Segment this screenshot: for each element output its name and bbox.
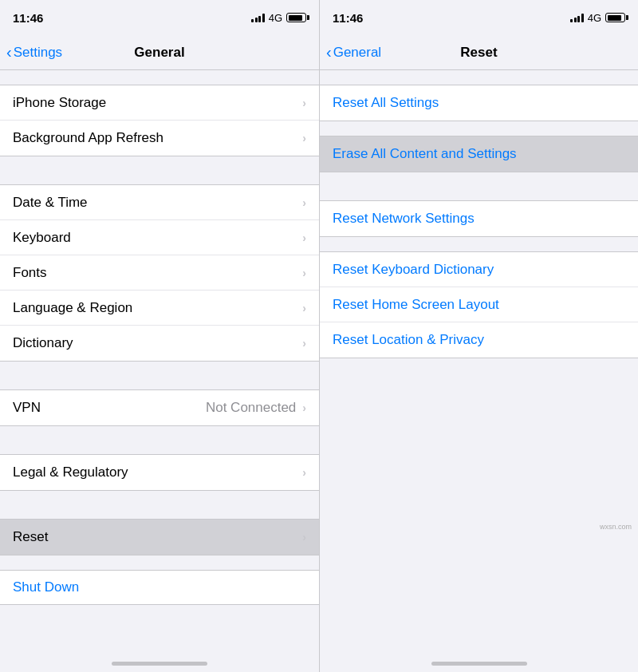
list-item-reset-all-settings[interactable]: Reset All Settings: [320, 85, 638, 121]
label-legal: Legal & Regulatory: [13, 464, 128, 480]
label-dictionary: Dictionary: [13, 335, 73, 351]
list-item-keyboard[interactable]: Keyboard ›: [0, 220, 319, 255]
gap-r2: [320, 172, 638, 200]
list-item-fonts[interactable]: Fonts ›: [0, 255, 319, 291]
back-button-right[interactable]: ‹ General: [326, 45, 381, 61]
shutdown-item[interactable]: Shut Down: [0, 570, 319, 605]
label-reset-keyboard-dict: Reset Keyboard Dictionary: [333, 262, 494, 278]
label-reset-network: Reset Network Settings: [333, 211, 475, 227]
list-item-vpn[interactable]: VPN Not Connected ›: [0, 390, 319, 425]
status-icons-right: 4G: [570, 12, 625, 24]
bottom-space-right: [320, 358, 638, 518]
label-iphone-storage: iPhone Storage: [13, 95, 106, 111]
home-indicator-right: [320, 645, 638, 672]
list-item-dictionary[interactable]: Dictionary ›: [0, 326, 319, 361]
label-date-time: Date & Time: [13, 195, 88, 211]
network-label-right: 4G: [588, 12, 601, 24]
list-item-language-region[interactable]: Language & Region ›: [0, 291, 319, 326]
section-reset-all-settings: Reset All Settings: [320, 85, 638, 121]
network-label-left: 4G: [269, 12, 282, 24]
section-legal: Legal & Regulatory ›: [0, 454, 319, 491]
bottom-space-left: [0, 605, 319, 645]
home-bar-right: [431, 662, 527, 666]
left-panel: 11:46 4G ‹ Settings General iPhone: [0, 0, 319, 672]
battery-icon-right: [605, 13, 625, 22]
section-vpn: VPN Not Connected ›: [0, 389, 319, 426]
label-reset-location-privacy: Reset Location & Privacy: [333, 332, 484, 348]
chevron-storage: ›: [302, 97, 306, 109]
battery-icon-left: [286, 13, 306, 22]
time-right: 11:46: [333, 11, 363, 25]
label-language-region: Language & Region: [13, 300, 132, 316]
list-item-reset-home-screen[interactable]: Reset Home Screen Layout: [320, 287, 638, 322]
watermark: wxsn.com: [320, 518, 638, 534]
vpn-value: Not Connected: [206, 400, 296, 416]
nav-bar-right: ‹ General Reset: [320, 35, 638, 70]
back-label-right: General: [333, 45, 381, 61]
label-background-refresh: Background App Refresh: [13, 130, 163, 146]
list-item-background-refresh[interactable]: Background App Refresh ›: [0, 121, 319, 156]
list-item-erase-all[interactable]: Erase All Content and Settings: [320, 136, 638, 172]
gap-3: [0, 426, 319, 454]
section-storage: iPhone Storage › Background App Refresh …: [0, 85, 319, 156]
signal-icon-right: [570, 14, 584, 22]
shutdown-label: Shut Down: [13, 579, 79, 595]
list-item-legal[interactable]: Legal & Regulatory ›: [0, 455, 319, 490]
signal-icon: [251, 14, 265, 22]
right-panel: 11:46 4G ‹ General Reset Reset All: [319, 0, 638, 672]
back-chevron-left: ‹: [6, 44, 12, 60]
gap-5: [0, 555, 319, 570]
label-reset-all-settings: Reset All Settings: [333, 95, 439, 111]
list-item-reset-location-privacy[interactable]: Reset Location & Privacy: [320, 322, 638, 358]
section-reset-misc: Reset Keyboard Dictionary Reset Home Scr…: [320, 251, 638, 358]
nav-bar-left: ‹ Settings General: [0, 35, 319, 70]
gap-r0: [320, 70, 638, 85]
list-item-reset[interactable]: Reset ›: [0, 520, 319, 555]
gap-r3: [320, 237, 638, 251]
section-reset-network: Reset Network Settings: [320, 200, 638, 237]
status-icons-left: 4G: [251, 12, 306, 24]
section-reset-left: Reset ›: [0, 519, 319, 555]
time-left: 11:46: [13, 11, 43, 25]
label-reset-home-screen: Reset Home Screen Layout: [333, 297, 499, 313]
list-item-date-time[interactable]: Date & Time ›: [0, 185, 319, 220]
scroll-content-right: Reset All Settings Erase All Content and…: [320, 70, 638, 645]
gap-1: [0, 156, 319, 184]
gap-2: [0, 362, 319, 389]
nav-title-right: Reset: [460, 45, 497, 61]
label-vpn: VPN: [13, 400, 41, 416]
label-reset: Reset: [13, 529, 48, 545]
list-item-iphone-storage[interactable]: iPhone Storage ›: [0, 85, 319, 121]
vpn-right: Not Connected ›: [206, 400, 306, 416]
label-fonts: Fonts: [13, 265, 47, 281]
gap-r1: [320, 121, 638, 136]
nav-title-left: General: [134, 45, 184, 61]
section-locale: Date & Time › Keyboard › Fonts › Languag…: [0, 184, 319, 362]
home-bar-left: [112, 662, 207, 666]
home-indicator-left: [0, 645, 319, 672]
list-item-reset-network[interactable]: Reset Network Settings: [320, 201, 638, 236]
section-erase-all: Erase All Content and Settings: [320, 136, 638, 172]
back-label-left: Settings: [14, 45, 62, 61]
chevron-refresh: ›: [302, 132, 306, 144]
back-chevron-right: ‹: [326, 44, 332, 60]
label-keyboard: Keyboard: [13, 230, 71, 246]
label-erase-all: Erase All Content and Settings: [333, 146, 517, 162]
scroll-content-left: iPhone Storage › Background App Refresh …: [0, 70, 319, 645]
gap-4: [0, 491, 319, 519]
back-button-left[interactable]: ‹ Settings: [6, 45, 62, 61]
status-bar-left: 11:46 4G: [0, 0, 319, 35]
list-item-reset-keyboard-dict[interactable]: Reset Keyboard Dictionary: [320, 252, 638, 287]
status-bar-right: 11:46 4G: [320, 0, 638, 35]
